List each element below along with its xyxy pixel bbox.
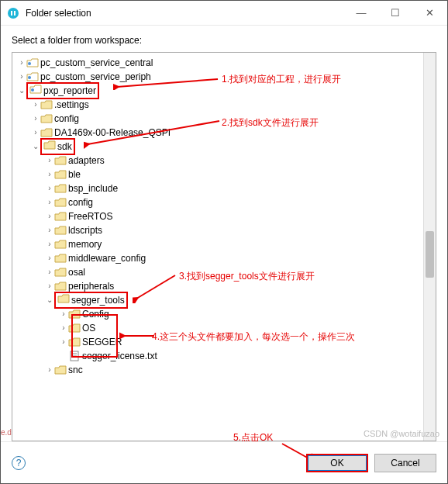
tree-item[interactable]: ›snc: [17, 363, 419, 377]
minimize-button[interactable]: —: [350, 7, 373, 19]
chevron-right-icon[interactable]: ›: [45, 223, 54, 237]
chevron-right-icon[interactable]: ›: [31, 112, 40, 126]
ed-label: e.d: [1, 428, 12, 437]
chevron-right-icon[interactable]: ›: [45, 154, 54, 168]
tree-item-label: sdk: [57, 141, 72, 152]
scrollbar-thumb[interactable]: [426, 231, 434, 278]
close-button[interactable]: ✕: [418, 7, 441, 19]
tree-item-label: segger_tools: [71, 295, 125, 306]
folder-icon: [54, 281, 67, 292]
tree-item[interactable]: ›pc_custom_service_central: [17, 56, 419, 70]
chevron-right-icon[interactable]: ›: [45, 168, 54, 182]
app-icon: [7, 7, 19, 19]
tree-item-label: snc: [68, 363, 83, 377]
chevron-right-icon[interactable]: ›: [59, 321, 68, 335]
watermark: CSDN @wotaifuzao: [364, 429, 439, 438]
titlebar: Folder selection — ☐ ✕: [1, 1, 447, 26]
tree-item[interactable]: ›adapters: [17, 154, 419, 168]
tree-item-label: config: [68, 195, 93, 209]
chevron-right-icon[interactable]: ›: [45, 237, 54, 251]
folder-icon: [54, 155, 67, 166]
tree-item-label: ldscripts: [68, 223, 102, 237]
folder-icon: [54, 253, 67, 264]
tree-item[interactable]: ›FreeRTOS: [17, 209, 419, 223]
folder-icon: [43, 140, 56, 150]
tree-item-label: adapters: [68, 154, 105, 168]
svg-point-5: [31, 88, 34, 92]
tree-item-label: memory: [68, 237, 102, 251]
chevron-down-icon[interactable]: ⌄: [45, 293, 54, 307]
chevron-down-icon[interactable]: ⌄: [31, 140, 40, 154]
scrollbar[interactable]: [423, 53, 436, 441]
folder-icon: [40, 113, 53, 124]
project-icon: [26, 57, 39, 68]
tree-item[interactable]: ›ble: [17, 168, 419, 182]
chevron-right-icon[interactable]: ›: [31, 126, 40, 140]
chevron-right-icon[interactable]: ›: [45, 251, 54, 265]
svg-rect-1: [11, 11, 12, 16]
folder-icon: [54, 183, 67, 194]
tree-item-label: .settings: [54, 98, 89, 112]
tree-item-label: middleware_config: [68, 251, 146, 265]
chevron-right-icon[interactable]: ›: [45, 182, 54, 195]
maximize-button[interactable]: ☐: [384, 7, 407, 19]
help-button[interactable]: ?: [12, 456, 26, 470]
folder-icon: [40, 99, 53, 110]
window-title: Folder selection: [26, 8, 350, 19]
folder-icon: [54, 225, 67, 236]
ok-button[interactable]: OK: [306, 454, 368, 472]
tree-item[interactable]: ›bsp_include: [17, 182, 419, 195]
project-icon: [26, 71, 39, 82]
chevron-right-icon[interactable]: ›: [59, 335, 68, 349]
chevron-right-icon[interactable]: ›: [45, 209, 54, 223]
folder-icon: [54, 197, 67, 208]
tree-item-label: bsp_include: [68, 182, 118, 195]
footer: ? OK Cancel: [1, 441, 447, 483]
tree-item-label: FreeRTOS: [68, 209, 113, 223]
tree-item-label: pxp_reporter: [43, 85, 96, 96]
tree-item[interactable]: ›DA1469x-00-Release_QSPI: [17, 126, 419, 140]
svg-rect-2: [14, 11, 16, 16]
tree-item[interactable]: ›config: [17, 195, 419, 209]
group-highlight: [71, 314, 118, 358]
tree-item-label: config: [54, 112, 79, 126]
folder-open-icon: [57, 293, 70, 304]
tree-item[interactable]: ›ldscripts: [17, 223, 419, 237]
tree-view[interactable]: ›pc_custom_service_central›pc_custom_ser…: [12, 52, 436, 441]
tree-item-label: ble: [68, 168, 81, 182]
tree-item[interactable]: ›osal: [17, 265, 419, 279]
cancel-button[interactable]: Cancel: [374, 454, 436, 472]
prompt-label: Select a folder from workspace:: [12, 35, 436, 46]
tree-item[interactable]: ⌄pxp_reporter: [17, 84, 419, 98]
tree-item[interactable]: ›.settings: [17, 98, 419, 112]
chevron-right-icon[interactable]: ›: [31, 98, 40, 112]
folder-icon: [40, 127, 53, 138]
tree-item[interactable]: ›config: [17, 112, 419, 126]
chevron-right-icon[interactable]: ›: [45, 363, 54, 377]
project-icon: [29, 84, 42, 95]
tree-item[interactable]: ›middleware_config: [17, 251, 419, 265]
svg-point-3: [28, 62, 31, 65]
chevron-right-icon[interactable]: ›: [59, 307, 68, 321]
folder-icon: [54, 267, 67, 278]
folder-icon: [54, 169, 67, 180]
tree-item-label: pc_custom_service_central: [40, 56, 153, 70]
chevron-right-icon[interactable]: ›: [45, 195, 54, 209]
tree-item[interactable]: ›memory: [17, 237, 419, 251]
tree-item[interactable]: ⌄sdk: [17, 140, 419, 154]
folder-icon: [54, 239, 67, 250]
folder-icon: [54, 365, 67, 375]
tree-item[interactable]: ⌄segger_tools: [17, 293, 419, 307]
chevron-right-icon[interactable]: ›: [17, 70, 26, 84]
folder-icon: [54, 211, 67, 222]
chevron-right-icon[interactable]: ›: [17, 56, 26, 70]
svg-point-4: [28, 76, 31, 79]
svg-point-0: [8, 8, 19, 19]
chevron-right-icon[interactable]: ›: [45, 279, 54, 293]
tree-item-label: osal: [68, 265, 85, 279]
chevron-down-icon[interactable]: ⌄: [17, 84, 26, 98]
chevron-right-icon[interactable]: ›: [45, 265, 54, 279]
